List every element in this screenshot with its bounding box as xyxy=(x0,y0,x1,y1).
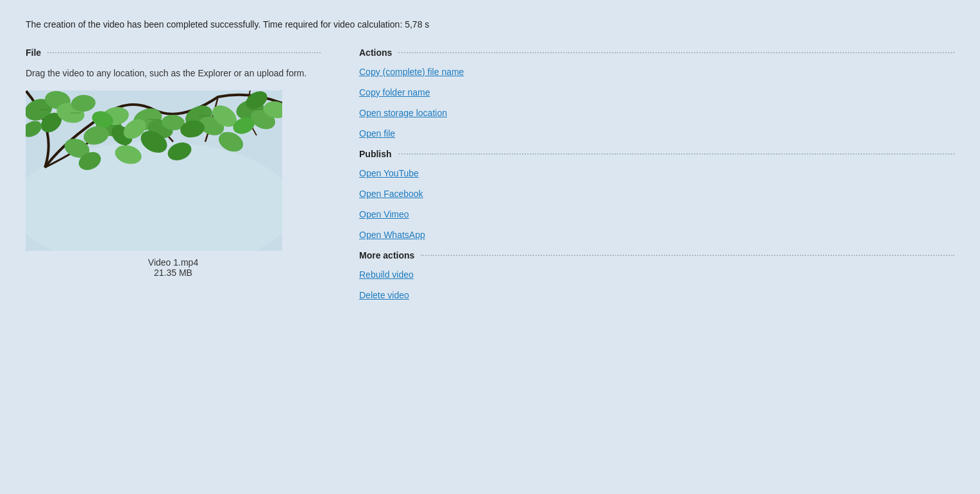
actions-group: Actions Copy (complete) file name Copy f… xyxy=(359,47,954,139)
actions-section: Actions Copy (complete) file name Copy f… xyxy=(359,47,954,311)
more-actions-header: More actions xyxy=(359,250,954,260)
video-filename: Video 1.mp4 xyxy=(26,257,321,268)
main-content: File Drag the video to any location, suc… xyxy=(26,47,954,311)
open-whatsapp-link[interactable]: Open WhatsApp xyxy=(359,230,954,240)
file-section-header: File xyxy=(26,47,321,58)
status-message: The creation of the video has been compl… xyxy=(26,19,954,30)
actions-header: Actions xyxy=(359,47,954,58)
open-storage-location-link[interactable]: Open storage location xyxy=(359,108,954,118)
publish-group: Publish Open YouTube Open Facebook Open … xyxy=(359,149,954,240)
open-facebook-link[interactable]: Open Facebook xyxy=(359,189,954,199)
open-file-link[interactable]: Open file xyxy=(359,128,954,139)
video-filesize: 21.35 MB xyxy=(26,268,321,278)
video-thumbnail xyxy=(26,90,282,251)
rebuild-video-link[interactable]: Rebuild video xyxy=(359,269,954,280)
copy-complete-filename-link[interactable]: Copy (complete) file name xyxy=(359,67,954,77)
copy-folder-name-link[interactable]: Copy folder name xyxy=(359,87,954,98)
more-actions-group: More actions Rebuild video Delete video xyxy=(359,250,954,300)
file-section: File Drag the video to any location, suc… xyxy=(26,47,321,278)
open-youtube-link[interactable]: Open YouTube xyxy=(359,168,954,178)
file-description: Drag the video to any location, such as … xyxy=(26,67,321,80)
delete-video-link[interactable]: Delete video xyxy=(359,290,954,300)
open-vimeo-link[interactable]: Open Vimeo xyxy=(359,209,954,219)
publish-header: Publish xyxy=(359,149,954,159)
